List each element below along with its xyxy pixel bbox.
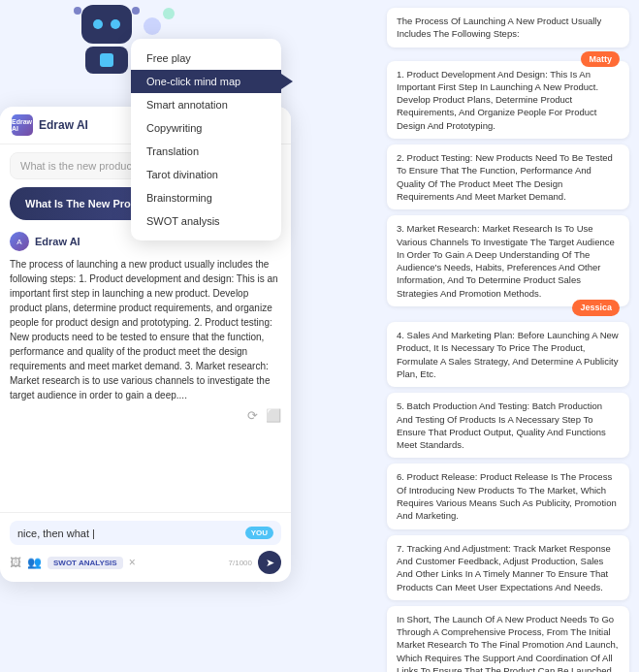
mind-node-0: The Process Of Launching A New Product U…	[387, 8, 629, 48]
node-text-8: In Short, The Launch Of A New Product Ne…	[397, 614, 618, 672]
message-input[interactable]: nice, then what |	[17, 528, 240, 539]
ai-message: The process of launching a new product u…	[10, 257, 281, 402]
chat-tools: 🖼 👥 SWOT ANALYSIS × 7/1000 ➤	[10, 551, 281, 574]
chat-logo-text: Edraw AI	[12, 118, 33, 132]
you-badge: YOU	[245, 527, 273, 539]
dropdown-item-5[interactable]: Tarot divination	[131, 163, 281, 186]
node-text-2: 2. Product Testing: New Products Need To…	[397, 152, 613, 202]
mind-node-6: 6. Product Release: Product Release Is T…	[387, 464, 629, 528]
message-actions: ⟳ ⬜	[10, 408, 281, 423]
robot-chest	[85, 47, 128, 74]
dropdown-item-3[interactable]: Copywriting	[131, 116, 281, 140]
feature-dropdown: Free playOne-click mind mapSmart annotat…	[131, 39, 281, 240]
mind-node-5: 5. Batch Production And Testing: Batch P…	[387, 393, 629, 458]
ai-name: Edraw AI	[35, 236, 80, 247]
dropdown-item-6[interactable]: Brainstorming	[131, 186, 281, 209]
mind-node-8: In Short, The Launch Of A New Product Ne…	[387, 606, 629, 672]
node-text-6: 6. Product Release: Product Release Is T…	[397, 471, 617, 521]
matty-badge: Matty	[581, 51, 620, 68]
chat-input-row: nice, then what | YOU	[10, 521, 281, 545]
mind-map-panel: The Process Of Launching A New Product U…	[377, 0, 639, 672]
mind-node-1: Matty1. Product Development And Design: …	[387, 61, 629, 139]
dropdown-item-1[interactable]: One-click mind map	[131, 70, 281, 93]
mind-node-4: 4. Sales And Marketing Plan: Before Laun…	[387, 322, 629, 387]
copy-icon[interactable]: ⟳	[247, 408, 258, 423]
dropdown-item-4[interactable]: Translation	[131, 140, 281, 163]
chat-messages: A Edraw AI The process of launching a ne…	[0, 224, 291, 512]
swot-tag[interactable]: SWOT ANALYSIS	[48, 557, 123, 569]
dropdown-item-2[interactable]: Smart annotation	[131, 93, 281, 116]
mind-node-3: 3. Market Research: Market Research Is T…	[387, 215, 629, 306]
robot-chest-light	[100, 53, 113, 67]
robot-eye-right	[111, 19, 120, 29]
ai-avatar: A	[10, 232, 29, 251]
node-text-3: 3. Market Research: Market Research Is T…	[397, 223, 615, 298]
jessica-badge: Jessica	[572, 300, 620, 316]
node-text-7: 7. Tracking And Adjustment: Track Market…	[397, 543, 611, 592]
char-count: 7/1000	[229, 559, 252, 567]
mind-node-7: 7. Tracking And Adjustment: Track Market…	[387, 535, 629, 600]
dropdown-item-0[interactable]: Free play	[131, 47, 281, 70]
robot-ear-left	[74, 7, 81, 15]
robot-ear-right	[132, 7, 140, 15]
dropdown-item-7[interactable]: SWOT analysis	[131, 209, 281, 233]
send-button[interactable]: ➤	[258, 551, 281, 574]
chat-input-area: nice, then what | YOU 🖼 👥 SWOT ANALYSIS …	[0, 512, 291, 582]
node-text-4: 4. Sales And Marketing Plan: Before Laun…	[397, 330, 619, 379]
close-tag-icon[interactable]: ×	[129, 556, 136, 569]
robot-head	[81, 5, 132, 44]
dropdown-arrow	[281, 74, 293, 89]
robot-eye-left	[93, 19, 103, 29]
node-text-0: The Process Of Launching A New Product U…	[397, 16, 601, 39]
mind-node-2: 2. Product Testing: New Products Need To…	[387, 144, 629, 209]
people-tool-icon[interactable]: 👥	[27, 556, 42, 569]
share-icon[interactable]: ⬜	[266, 408, 281, 423]
node-text-1: 1. Product Development And Design: This …	[397, 69, 598, 131]
node-text-5: 5. Batch Production And Testing: Batch P…	[397, 400, 606, 450]
send-icon: ➤	[266, 557, 274, 569]
image-tool-icon[interactable]: 🖼	[10, 556, 21, 569]
chat-logo: Edraw AI	[12, 114, 33, 136]
